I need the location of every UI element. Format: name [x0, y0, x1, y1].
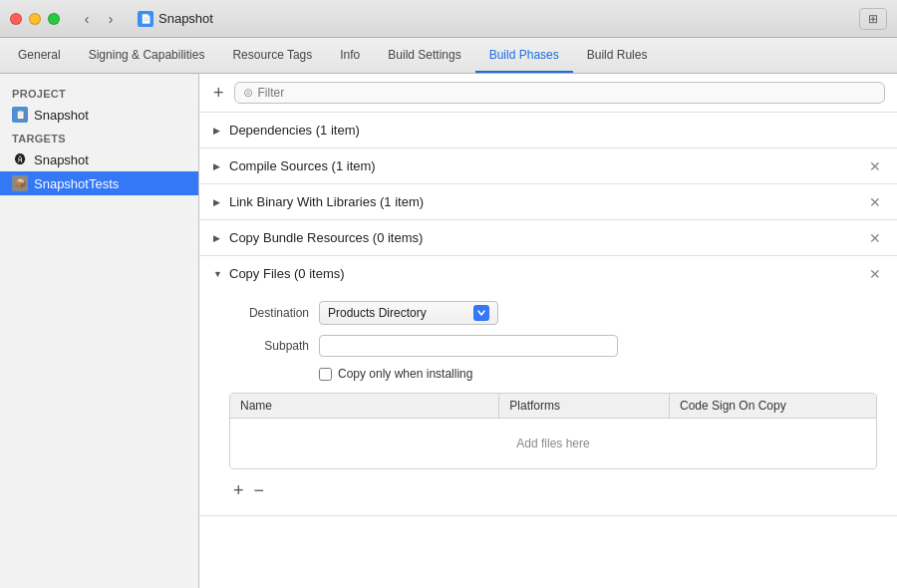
title-text: Snapshot: [158, 11, 213, 26]
destination-value: Products Directory: [328, 306, 467, 320]
phase-dependencies-header[interactable]: ▶ Dependencies (1 item): [199, 113, 897, 147]
filter-input[interactable]: [258, 86, 876, 100]
copy-only-label: Copy only when installing: [338, 367, 472, 381]
phase-dependencies: ▶ Dependencies (1 item): [199, 113, 897, 148]
triangle-icon: ▶: [213, 126, 223, 136]
tab-resource-tags[interactable]: Resource Tags: [218, 38, 326, 73]
sidebar-item-snapshot[interactable]: 🅐 Snapshot: [0, 147, 198, 171]
phase-copy-files-title: Copy Files (0 items): [229, 266, 861, 281]
file-icon: 📄: [138, 11, 153, 27]
col-codesign-header: Code Sign On Copy: [670, 394, 876, 418]
maximize-button[interactable]: [48, 13, 60, 25]
sidebar-item-snapshottests[interactable]: 📦 SnapshotTests: [0, 171, 198, 195]
close-button[interactable]: [10, 13, 22, 25]
copy-files-expanded: Destination Products Directory Subpath: [199, 291, 897, 515]
files-table-body: Add files here: [230, 419, 876, 468]
toolbar-right: ⊞: [859, 8, 887, 30]
add-file-button[interactable]: +: [229, 481, 248, 499]
panel-toggle-button[interactable]: ⊞: [859, 8, 887, 30]
titlebar: ‹ › 📄 Snapshot ⊞: [0, 0, 897, 38]
destination-select[interactable]: Products Directory: [319, 301, 498, 325]
window-title: 📄 Snapshot: [138, 11, 213, 27]
project-section-label: PROJECT: [0, 82, 198, 103]
project-icon: 📋: [12, 107, 28, 123]
main-layout: PROJECT 📋 Snapshot TARGETS 🅐 Snapshot 📦 …: [0, 74, 897, 588]
phase-compile-close[interactable]: ✕: [867, 159, 883, 173]
triangle-icon: ▶: [213, 197, 223, 207]
phase-copy-bundle: ▶ Copy Bundle Resources (0 items) ✕: [199, 220, 897, 256]
forward-button[interactable]: ›: [100, 8, 122, 30]
snapshot-target-label: Snapshot: [34, 152, 89, 167]
targets-section-label: TARGETS: [0, 127, 198, 147]
add-phase-button[interactable]: +: [211, 84, 226, 102]
project-label: Snapshot: [34, 108, 89, 123]
col-platforms-header: Platforms: [499, 394, 670, 418]
phase-link-header[interactable]: ▶ Link Binary With Libraries (1 item) ✕: [199, 184, 897, 219]
destination-row: Destination Products Directory: [229, 301, 877, 325]
tabbar: General Signing & Capabilities Resource …: [0, 38, 897, 74]
filter-bar: + ⊜: [199, 74, 897, 113]
triangle-icon: ▶: [213, 161, 223, 171]
phase-copy-files-header[interactable]: ▼ Copy Files (0 items) ✕: [199, 256, 897, 291]
tests-target-icon: 📦: [12, 175, 28, 191]
filter-input-wrap[interactable]: ⊜: [234, 82, 885, 104]
phase-compile-sources: ▶ Compile Sources (1 item) ✕: [199, 148, 897, 184]
tab-signing[interactable]: Signing & Capabilities: [75, 38, 219, 73]
tab-build-phases[interactable]: Build Phases: [475, 38, 573, 73]
phase-link-title: Link Binary With Libraries (1 item): [229, 194, 861, 209]
phase-link-binary: ▶ Link Binary With Libraries (1 item) ✕: [199, 184, 897, 220]
files-table: Name Platforms Code Sign On Copy Add fil…: [229, 393, 877, 469]
col-name-header: Name: [230, 394, 499, 418]
phase-link-close[interactable]: ✕: [867, 195, 883, 209]
tab-general[interactable]: General: [4, 38, 75, 73]
tab-build-settings[interactable]: Build Settings: [374, 38, 474, 73]
subpath-row: Subpath: [229, 335, 877, 357]
sidebar: PROJECT 📋 Snapshot TARGETS 🅐 Snapshot 📦 …: [0, 74, 199, 588]
content-area: + ⊜ ▶ Dependencies (1 item) ▶ Compile So…: [199, 74, 897, 588]
minimize-button[interactable]: [29, 13, 41, 25]
phase-bundle-title: Copy Bundle Resources (0 items): [229, 230, 861, 245]
triangle-icon: ▶: [213, 233, 223, 243]
phase-dependencies-title: Dependencies (1 item): [229, 123, 883, 138]
select-arrow-icon: [473, 305, 489, 321]
filter-icon: ⊜: [243, 86, 253, 100]
app-target-icon: 🅐: [12, 151, 28, 167]
empty-message: Add files here: [516, 437, 589, 450]
window-controls: [10, 13, 60, 25]
subpath-label: Subpath: [229, 339, 309, 353]
copy-only-checkbox[interactable]: [319, 368, 332, 381]
destination-label: Destination: [229, 306, 309, 320]
nav-buttons: ‹ ›: [76, 8, 122, 30]
checkbox-row: Copy only when installing: [319, 367, 877, 381]
phase-compile-title: Compile Sources (1 item): [229, 158, 861, 173]
files-table-header: Name Platforms Code Sign On Copy: [230, 394, 876, 419]
phase-bundle-close[interactable]: ✕: [867, 231, 883, 245]
subpath-input[interactable]: [319, 335, 618, 357]
remove-file-button[interactable]: −: [250, 481, 269, 499]
tab-build-rules[interactable]: Build Rules: [573, 38, 662, 73]
table-actions: + −: [229, 481, 877, 499]
sidebar-item-project[interactable]: 📋 Snapshot: [0, 103, 198, 127]
phase-copy-files: ▼ Copy Files (0 items) ✕ Destination Pro…: [199, 256, 897, 516]
phase-copy-files-close[interactable]: ✕: [867, 267, 883, 281]
triangle-down-icon: ▼: [213, 269, 223, 279]
tests-target-label: SnapshotTests: [34, 176, 119, 191]
phase-bundle-header[interactable]: ▶ Copy Bundle Resources (0 items) ✕: [199, 220, 897, 255]
phase-compile-header[interactable]: ▶ Compile Sources (1 item) ✕: [199, 148, 897, 183]
back-button[interactable]: ‹: [76, 8, 98, 30]
tab-info[interactable]: Info: [326, 38, 374, 73]
